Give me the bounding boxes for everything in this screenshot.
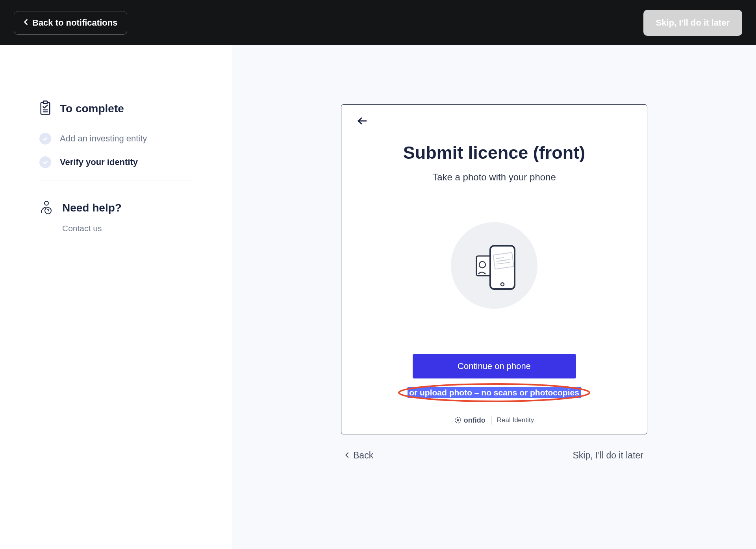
sidebar: To complete Add an investing entity Veri… <box>0 45 232 549</box>
onfido-logo-icon <box>454 417 461 424</box>
continue-on-phone-button[interactable]: Continue on phone <box>413 354 576 378</box>
check-circle-icon <box>39 156 51 168</box>
checklist-label: Verify your identity <box>60 157 138 167</box>
checklist-item-add-entity[interactable]: Add an investing entity <box>39 133 193 145</box>
back-to-notifications-label: Back to notifications <box>32 18 117 28</box>
content-area: Submit licence (front) Take a photo with… <box>232 45 756 549</box>
bottom-skip-label: Skip, I'll do it later <box>573 450 643 460</box>
to-complete-header: To complete <box>39 100 193 117</box>
bottom-nav: Back Skip, I'll do it later <box>341 450 647 461</box>
card-subtitle: Take a photo with your phone <box>357 172 631 183</box>
bottom-back-label: Back <box>353 450 373 461</box>
onfido-brand: onfido <box>454 416 485 425</box>
svg-rect-0 <box>41 102 50 114</box>
skip-later-top-button[interactable]: Skip, I'll do it later <box>643 10 742 36</box>
real-identity-text: Real Identity <box>497 416 534 424</box>
to-complete-title: To complete <box>60 102 124 115</box>
upload-link-wrapper: or upload photo – no scans or photocopie… <box>357 387 631 398</box>
svg-point-17 <box>457 419 459 421</box>
skip-later-top-label: Skip, I'll do it later <box>656 18 730 28</box>
bottom-skip-button[interactable]: Skip, I'll do it later <box>573 450 643 461</box>
checklist-item-verify-identity[interactable]: Verify your identity <box>39 156 193 168</box>
phone-document-illustration <box>451 222 537 309</box>
card-back-button[interactable] <box>357 117 367 127</box>
verification-card: Submit licence (front) Take a photo with… <box>341 104 647 434</box>
check-circle-icon <box>39 133 51 145</box>
bottom-back-button[interactable]: Back <box>345 450 373 461</box>
vertical-divider <box>491 416 491 425</box>
person-help-icon: ? <box>39 200 54 216</box>
chevron-left-icon <box>345 450 349 461</box>
back-to-notifications-button[interactable]: Back to notifications <box>14 11 127 35</box>
svg-rect-11 <box>493 252 514 269</box>
card-title: Submit licence (front) <box>357 143 631 163</box>
main-container: To complete Add an investing entity Veri… <box>0 45 756 549</box>
continue-on-phone-label: Continue on phone <box>458 361 531 371</box>
onfido-brand-text: onfido <box>464 416 485 425</box>
clipboard-check-icon <box>39 100 51 117</box>
checklist-label: Add an investing entity <box>60 134 147 144</box>
svg-rect-1 <box>43 101 47 104</box>
top-bar: Back to notifications Skip, I'll do it l… <box>0 0 756 45</box>
upload-photo-link[interactable]: or upload photo – no scans or photocopie… <box>408 387 581 398</box>
chevron-left-icon <box>24 18 28 28</box>
onfido-footer: onfido Real Identity <box>357 416 631 425</box>
divider <box>39 180 193 180</box>
svg-point-4 <box>44 201 48 205</box>
need-help-header: ? Need help? <box>39 200 193 216</box>
svg-text:?: ? <box>47 208 50 213</box>
need-help-title: Need help? <box>62 202 122 214</box>
contact-us-link[interactable]: Contact us <box>62 224 193 233</box>
